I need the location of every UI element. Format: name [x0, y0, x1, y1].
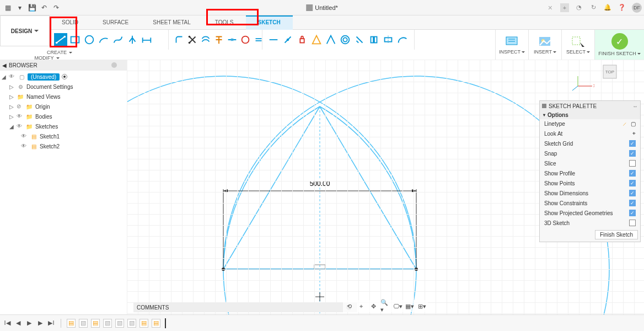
viewport-icon[interactable]: ⊞▾	[417, 301, 427, 311]
show-profile-checkbox[interactable]: ✓	[629, 170, 636, 177]
show-points-checkbox[interactable]: ✓	[629, 180, 636, 186]
tree-item-origin[interactable]: ▷⊘📁Origin	[1, 102, 126, 111]
notifications-icon[interactable]: 🔔	[603, 3, 612, 12]
palette-finish-sketch-button[interactable]: Finish Sketch	[595, 230, 638, 239]
timeline-feature-4[interactable]: ▧	[103, 319, 112, 328]
tab-surface[interactable]: SURFACE	[90, 15, 141, 30]
linetype-dashed-icon[interactable]: ▢	[631, 121, 636, 127]
show-projected-checkbox[interactable]: ✓	[629, 210, 636, 216]
rectangle-tool-icon[interactable]	[68, 33, 82, 46]
timeline-play-icon[interactable]: ▶	[25, 319, 33, 327]
toolbar-group-insert[interactable]: INSERT	[528, 30, 561, 60]
offset-tool-icon[interactable]	[213, 33, 225, 46]
look-at-icon[interactable]: ⌖	[356, 301, 366, 311]
tree-item-named-views[interactable]: ▷📁Named Views	[1, 92, 126, 102]
activate-radio-icon[interactable]	[62, 74, 67, 79]
palette-section-options[interactable]: Options	[540, 111, 640, 119]
circle-tool-icon[interactable]	[83, 33, 96, 46]
group-label-create[interactable]: CREATE	[0, 50, 119, 55]
sketch-palette-header[interactable]: SKETCH PALETTE ↔	[540, 101, 640, 111]
dimension-tool-icon[interactable]	[140, 33, 153, 46]
visibility-icon[interactable]: 👁	[17, 113, 23, 120]
trim-tool-icon[interactable]	[186, 33, 198, 46]
orbit-icon[interactable]: ⟲	[344, 301, 354, 311]
visibility-icon[interactable]: 👁	[17, 123, 23, 130]
apps-icon[interactable]: ▦	[3, 3, 12, 12]
three-d-sketch-checkbox[interactable]	[629, 220, 636, 226]
timeline-feature-8[interactable]: ▤	[152, 319, 160, 328]
linetype-solid-icon[interactable]: ⟋	[622, 121, 627, 127]
midpoint-constraint-icon[interactable]	[324, 33, 337, 46]
concentric-constraint-icon[interactable]	[339, 33, 352, 46]
tree-item-document-settings[interactable]: ▷⚙Document Settings	[1, 82, 126, 92]
save-icon[interactable]: 💾	[28, 3, 36, 12]
fillet-tool-icon[interactable]	[173, 33, 185, 46]
collapse-browser-icon[interactable]: ◀	[2, 62, 9, 68]
show-dimensions-checkbox[interactable]: ✓	[629, 190, 636, 196]
help-icon[interactable]: ❓	[618, 3, 626, 12]
tree-item-sketch1[interactable]: 👁▤Sketch1	[1, 131, 126, 141]
zoom-icon[interactable]: 🔍▾	[380, 301, 390, 311]
timeline-feature-7[interactable]: ▤	[139, 319, 148, 328]
slice-checkbox[interactable]	[629, 160, 636, 167]
timeline-end-icon[interactable]: ▶I	[47, 319, 55, 327]
toolbar-group-select[interactable]: SELECT	[561, 30, 594, 60]
tree-root-row[interactable]: ◢ 👁 ▢ (Unsaved)	[1, 72, 126, 82]
spline-tool-icon[interactable]	[111, 33, 125, 46]
new-icon[interactable]: ▾	[15, 3, 24, 12]
timeline-start-icon[interactable]: I◀	[3, 319, 11, 327]
coincident-constraint-icon[interactable]	[281, 33, 294, 46]
grid-display-icon[interactable]: ▦▾	[405, 301, 415, 311]
visibility-icon[interactable]: 👁	[21, 143, 28, 150]
display-mode-icon[interactable]: 🖵▾	[393, 301, 402, 311]
tree-item-sketches[interactable]: ◢👁📁Sketches	[1, 121, 126, 131]
expand-icon[interactable]: ◢	[1, 74, 7, 80]
toolbar-group-inspect[interactable]: INSPECT	[495, 30, 528, 60]
user-avatar[interactable]: DF	[632, 3, 642, 13]
tangent-constraint-icon[interactable]	[310, 33, 323, 46]
browser-panel-header[interactable]: ◀ BROWSER	[0, 60, 127, 71]
tree-item-sketch2[interactable]: 👁▤Sketch2	[1, 141, 126, 151]
timeline-feature-6[interactable]: ▧	[127, 319, 136, 328]
finish-sketch-button[interactable]: ✓ FINISH SKETCH	[594, 30, 644, 60]
curvature-constraint-icon[interactable]	[396, 33, 409, 46]
comments-bar[interactable]: COMMENTS	[133, 302, 357, 312]
undo-icon[interactable]: ↶	[40, 3, 49, 12]
mirror-tool-icon[interactable]	[126, 33, 139, 46]
view-cube[interactable]: TOP	[598, 61, 622, 83]
close-tab-button[interactable]: ×	[546, 3, 555, 12]
arc-tool-icon[interactable]	[97, 33, 110, 46]
horizontal-constraint-icon[interactable]	[267, 33, 280, 46]
line-tool-icon[interactable]	[54, 33, 67, 46]
tab-solid[interactable]: SOLID	[50, 15, 90, 30]
visibility-icon[interactable]: 👁	[21, 133, 28, 140]
fix-constraint-icon[interactable]	[296, 33, 309, 46]
tab-sheet-metal[interactable]: SHEET METAL	[141, 15, 203, 30]
timeline-feature-2[interactable]: ▧	[79, 319, 88, 328]
perpendicular-constraint-icon[interactable]	[353, 33, 366, 46]
updates-icon[interactable]: ↻	[589, 3, 598, 12]
timeline-prev-icon[interactable]: ◀	[14, 319, 22, 327]
parallel-constraint-icon[interactable]	[367, 33, 380, 46]
look-at-icon[interactable]: ⌖	[632, 130, 636, 137]
symmetry-constraint-icon[interactable]	[382, 33, 395, 46]
new-tab-plus-icon[interactable]: +	[560, 3, 569, 12]
tab-tools[interactable]: TOOLS	[203, 15, 246, 30]
sketch-grid-checkbox[interactable]: ✓	[629, 140, 636, 147]
timeline-feature-5[interactable]: ▧	[115, 319, 124, 328]
extensions-icon[interactable]: ◔	[575, 3, 583, 12]
pan-icon[interactable]: ✥	[368, 301, 378, 311]
break-tool-icon[interactable]	[226, 33, 238, 46]
tree-item-bodies[interactable]: ▷👁📁Bodies	[1, 111, 126, 121]
timeline-feature-1[interactable]: ▤	[67, 319, 76, 328]
snap-checkbox[interactable]: ✓	[629, 150, 636, 157]
timeline-marker[interactable]	[165, 318, 166, 328]
visibility-off-icon[interactable]: ⊘	[17, 103, 23, 110]
timeline-next-icon[interactable]: ▶	[36, 319, 44, 327]
sketch-scale-icon[interactable]	[239, 33, 251, 46]
tab-sketch[interactable]: SKETCH	[246, 15, 293, 30]
visibility-icon[interactable]: 👁	[9, 73, 15, 80]
browser-options-icon[interactable]	[111, 62, 117, 68]
redo-icon[interactable]: ↷	[52, 3, 61, 12]
show-constraints-checkbox[interactable]: ✓	[629, 200, 636, 206]
